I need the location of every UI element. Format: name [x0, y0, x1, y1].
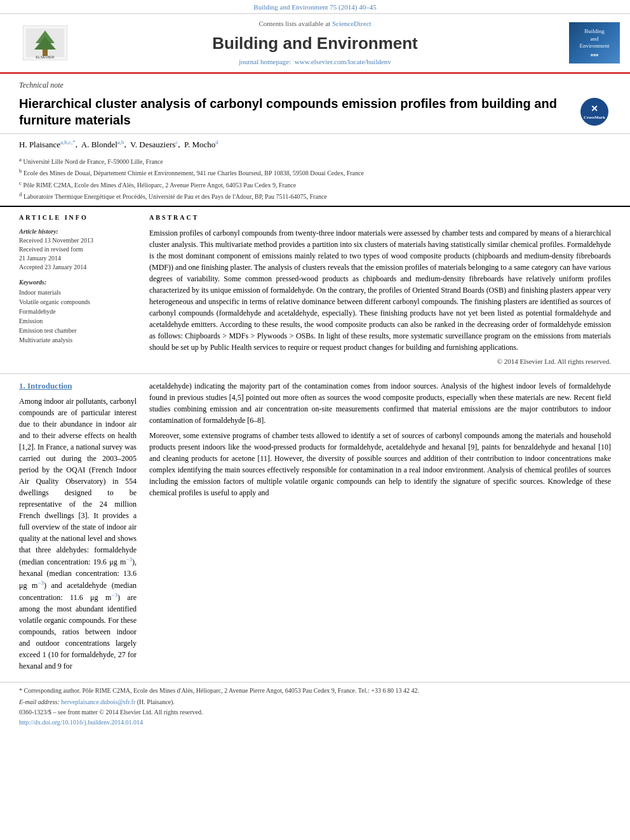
keyword-4: Emission — [19, 317, 137, 326]
article-info-heading: ARTICLE INFO — [19, 213, 137, 222]
journal-cover-image: Building and Environment ■■■ — [569, 22, 620, 63]
doi-line: http://dx.doi.org/10.1016/j.buildenv.201… — [19, 718, 611, 727]
crossmark-icon: ✕ CrossMark — [584, 103, 605, 121]
journal-homepage: journal homepage: www.elsevier.com/locat… — [80, 57, 550, 67]
keyword-3: Formaldehyde — [19, 307, 137, 316]
abstract-heading: ABSTRACT — [149, 213, 611, 222]
intro-para-right-2: Moreover, some extensive programs of cha… — [149, 430, 611, 498]
affiliation-c: c Pôle RIME C2MA, Ecole des Mines d'Alès… — [19, 179, 611, 190]
keyword-2: Volatile organic compounds — [19, 298, 137, 307]
author-blondel: A. Blondela,b — [81, 140, 124, 149]
body-left-col: 1. Introduction Among indoor air polluta… — [19, 380, 137, 676]
footnote-area: * Corresponding author. Pôle RIME C2MA, … — [0, 682, 630, 731]
journal-title-area: Contents lists available at ScienceDirec… — [80, 19, 550, 67]
intro-para-left: Among indoor air pollutants, carbonyl co… — [19, 396, 137, 672]
page-wrapper: Building and Environment 75 (2014) 40–45… — [0, 0, 630, 840]
body-right-col: acetaldehyde) indicating the majority pa… — [149, 380, 611, 676]
affiliation-a: a Université Lille Nord de France, F-590… — [19, 156, 611, 166]
elsevier-logo: ELSEVIER — [23, 25, 67, 60]
article-title: Hierarchical cluster analysis of carbony… — [19, 95, 573, 128]
abstract-text: Emission profiles of carbonyl compounds … — [149, 227, 611, 353]
article-info-col: ARTICLE INFO Article history: Received 1… — [19, 213, 137, 366]
article-info-abstract-section: ARTICLE INFO Article history: Received 1… — [0, 207, 630, 373]
svg-text:ELSEVIER: ELSEVIER — [36, 55, 55, 59]
contents-line: Contents lists available at ScienceDirec… — [80, 19, 550, 29]
doi-link[interactable]: http://dx.doi.org/10.1016/j.buildenv.201… — [19, 719, 143, 726]
revised-date: Received in revised form21 January 2014 — [19, 245, 137, 263]
keywords-list: Indoor materials Volatile organic compou… — [19, 288, 137, 345]
accepted-date: Accepted 23 January 2014 — [19, 263, 137, 272]
intro-para-right-1: acetaldehyde) indicating the majority pa… — [149, 380, 611, 426]
journal-citation: Building and Environment 75 (2014) 40–45 — [253, 3, 376, 11]
journal-citation-bar: Building and Environment 75 (2014) 40–45 — [0, 0, 630, 14]
author-plaisance: H. Plaisancea,b,c,* — [19, 140, 76, 149]
received-date: Received 13 November 2013 — [19, 236, 137, 245]
abstract-col: ABSTRACT Emission profiles of carbonyl c… — [149, 213, 611, 366]
publisher-logo-area: ELSEVIER — [10, 25, 80, 60]
article-title-area: Hierarchical cluster analysis of carbony… — [0, 91, 630, 134]
author-email-link[interactable]: herveplaisance.dubois@sfr.fr — [61, 698, 135, 705]
keyword-6: Multivariate analysis — [19, 336, 137, 345]
article-history-group: Article history: Received 13 November 20… — [19, 227, 137, 272]
body-section: 1. Introduction Among indoor air polluta… — [0, 374, 630, 682]
history-label: Article history: — [19, 227, 137, 236]
elsevier-tree-icon: ELSEVIER — [23, 25, 67, 60]
author-desauziers: V. Desauziersc — [130, 140, 178, 149]
email-footnote: E-mail address: herveplaisance.dubois@sf… — [19, 698, 611, 707]
authors-line: H. Plaisancea,b,c,*, A. Blondela,b, V. D… — [19, 138, 611, 150]
keyword-1: Indoor materials — [19, 288, 137, 297]
crossmark-badge[interactable]: ✕ CrossMark — [580, 98, 611, 128]
cover-text: Building and Environment ■■■ — [580, 28, 610, 58]
keyword-5: Emission test chamber — [19, 326, 137, 335]
journal-cover-area: Building and Environment ■■■ — [550, 22, 620, 63]
crossmark-circle: ✕ CrossMark — [580, 98, 608, 126]
affiliation-d: d Laboratoire Thermique Energétique et P… — [19, 190, 611, 201]
keywords-group: Keywords: Indoor materials Volatile orga… — [19, 278, 137, 345]
article-title-text: Hierarchical cluster analysis of carbony… — [19, 95, 573, 128]
author-mocho: P. Mochod — [184, 140, 218, 149]
homepage-url: www.elsevier.com/locate/buildenv — [293, 58, 391, 65]
journal-header: ELSEVIER Contents lists available at Sci… — [0, 14, 630, 73]
copyright-line: © 2014 Elsevier Ltd. All rights reserved… — [149, 357, 611, 366]
affiliations-area: a Université Lille Nord de France, F-590… — [0, 153, 630, 207]
keywords-label: Keywords: — [19, 278, 137, 287]
authors-area: H. Plaisancea,b,c,*, A. Blondela,b, V. D… — [0, 134, 630, 153]
article-type-label: Technical note — [0, 74, 630, 92]
corresponding-author-note: * Corresponding author. Pôle RIME C2MA, … — [19, 686, 611, 695]
affiliation-b: b Ecole des Mines de Douai, Département … — [19, 167, 611, 178]
sciencedirect-link[interactable]: ScienceDirect — [332, 20, 372, 27]
issn-line: 0360-1323/$ – see front matter © 2014 El… — [19, 708, 611, 717]
section1-title: 1. Introduction — [19, 380, 137, 392]
journal-title: Building and Environment — [80, 32, 550, 55]
